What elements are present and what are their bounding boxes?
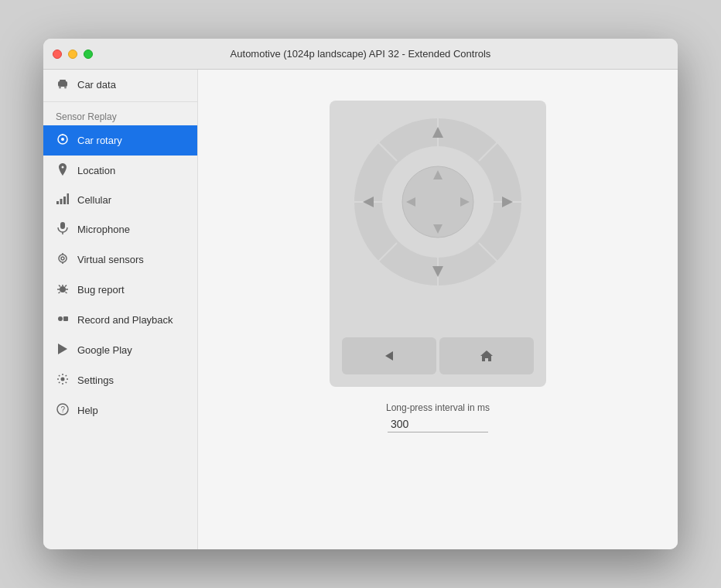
sidebar-label-settings: Settings	[77, 374, 114, 386]
car-icon	[56, 77, 70, 92]
svg-point-3	[64, 87, 67, 89]
home-button[interactable]	[439, 337, 534, 374]
divider	[43, 101, 197, 102]
rotary-widget	[330, 101, 546, 387]
minimize-button[interactable]	[68, 50, 77, 59]
close-button[interactable]	[53, 50, 62, 59]
sidebar: Car data Sensor Replay Car rotary	[43, 70, 198, 549]
sidebar-item-google-play[interactable]: Google Play	[43, 335, 197, 365]
sidebar-section-sensor-replay: Sensor Replay	[43, 104, 197, 125]
svg-point-13	[61, 257, 64, 260]
back-button[interactable]	[342, 337, 436, 374]
sidebar-item-settings[interactable]: Settings	[43, 365, 197, 395]
svg-marker-42	[385, 351, 393, 361]
sidebar-item-virtual-sensors[interactable]: Virtual sensors	[43, 244, 197, 275]
location-icon	[56, 163, 70, 178]
sidebar-item-bug-report[interactable]: Bug report	[43, 275, 197, 305]
svg-point-12	[59, 255, 67, 262]
titlebar: Automotive (1024p landscape) API 32 - Ex…	[43, 39, 678, 70]
svg-rect-6	[56, 201, 59, 204]
sidebar-label-location: Location	[77, 165, 115, 176]
help-icon: ?	[56, 403, 70, 418]
svg-point-16	[60, 286, 66, 292]
sidebar-label-microphone: Microphone	[77, 224, 130, 235]
sidebar-label-bug-report: Bug report	[77, 284, 125, 296]
svg-text:?: ?	[61, 405, 66, 414]
sidebar-label-google-play: Google Play	[77, 344, 132, 356]
sidebar-item-cellular[interactable]: Cellular	[43, 186, 197, 214]
virtual-sensors-icon	[56, 252, 70, 267]
sidebar-label-car-rotary: Car rotary	[77, 135, 122, 146]
bug-icon	[56, 282, 70, 297]
svg-point-2	[59, 87, 61, 89]
svg-rect-10	[60, 222, 65, 229]
svg-marker-19	[58, 344, 67, 354]
sidebar-label-cellular: Cellular	[77, 194, 111, 206]
interval-label: Long-press interval in ms	[386, 402, 490, 413]
window-title: Automotive (1024p landscape) API 32 - Ex…	[231, 48, 491, 60]
sidebar-item-record-playback[interactable]: Record and Playback	[43, 305, 197, 335]
sidebar-item-help[interactable]: ? Help	[43, 395, 197, 426]
svg-rect-1	[60, 80, 66, 83]
svg-rect-8	[63, 197, 66, 204]
svg-rect-7	[60, 199, 63, 204]
sidebar-label-record-playback: Record and Playback	[77, 314, 173, 326]
maximize-button[interactable]	[84, 50, 93, 59]
svg-rect-18	[63, 316, 68, 321]
microphone-icon	[56, 222, 70, 237]
record-icon	[56, 313, 70, 327]
interval-input[interactable]	[388, 416, 488, 432]
content-area: Car data Sensor Replay Car rotary	[43, 70, 678, 549]
rotary-bottom-buttons	[342, 337, 534, 374]
sidebar-label-car-data: Car data	[77, 79, 116, 91]
rotary-control-svg	[349, 113, 527, 291]
app-window: Automotive (1024p landscape) API 32 - Ex…	[43, 39, 678, 549]
cellular-icon	[56, 193, 70, 207]
svg-rect-9	[67, 193, 70, 204]
traffic-lights	[53, 50, 93, 59]
svg-point-5	[61, 138, 64, 141]
svg-point-17	[58, 316, 63, 321]
rotary-container: Long-press interval in ms	[330, 101, 546, 432]
svg-marker-43	[480, 350, 493, 361]
sidebar-label-help: Help	[77, 405, 98, 416]
svg-point-20	[61, 378, 65, 381]
google-play-icon	[56, 343, 70, 357]
settings-icon	[56, 373, 70, 388]
main-panel: Long-press interval in ms	[198, 70, 678, 549]
sidebar-item-location[interactable]: Location	[43, 156, 197, 186]
rotary-icon	[56, 133, 70, 148]
sidebar-item-car-data[interactable]: Car data	[43, 70, 197, 100]
sidebar-label-virtual-sensors: Virtual sensors	[77, 254, 144, 265]
interval-section: Long-press interval in ms	[330, 402, 546, 432]
sidebar-item-car-rotary[interactable]: Car rotary	[43, 125, 197, 156]
sidebar-item-microphone[interactable]: Microphone	[43, 214, 197, 244]
